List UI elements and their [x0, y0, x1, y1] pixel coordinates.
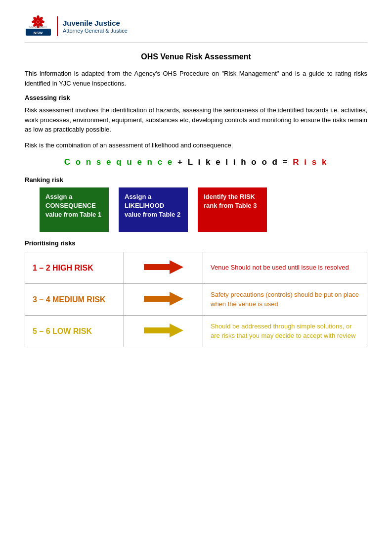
- assessing-risk-body2: Risk is the combination of an assessment…: [25, 140, 367, 150]
- logo-title: Juvenile Justice: [63, 18, 128, 28]
- low-risk-arrow-icon: [144, 322, 183, 339]
- low-risk-label: 5 – 6 LOW RISK: [25, 316, 124, 347]
- low-risk-description: Should be addressed through simple solut…: [203, 316, 367, 347]
- priority-table: 1 – 2 HIGH RISK Venue Should not be used…: [25, 252, 367, 347]
- box-consequence: Assign a CONSEQUENCE value from Table 1: [40, 187, 109, 232]
- logo-divider: [57, 16, 58, 36]
- svg-marker-12: [144, 260, 183, 274]
- page-title: OHS Venue Risk Assessment: [25, 52, 367, 61]
- svg-text:NSW: NSW: [34, 31, 43, 35]
- ranking-section: Ranking risk Assign a CONSEQUENCE value …: [25, 176, 367, 232]
- svg-marker-14: [144, 324, 183, 337]
- assessing-risk-heading: Assessing risk: [25, 94, 367, 101]
- consequence-label: C o n s e q u e n c e: [64, 157, 174, 167]
- ranking-boxes: Assign a CONSEQUENCE value from Table 1 …: [40, 187, 367, 232]
- low-risk-arrow-cell: [124, 316, 203, 347]
- svg-point-0: [37, 20, 40, 23]
- intro-text: This information is adapted from the Age…: [25, 69, 367, 88]
- medium-risk-row: 3 – 4 MEDIUM RISK Safety precautions (co…: [25, 284, 367, 316]
- header: NSW GOVERNMENT Juvenile Justice Attorney…: [25, 15, 367, 43]
- nsw-logo-icon: NSW GOVERNMENT: [25, 15, 52, 37]
- logo-text-block: Juvenile Justice Attorney General & Just…: [63, 18, 128, 34]
- risk-label: R i s k: [293, 157, 328, 167]
- svg-marker-13: [144, 292, 183, 306]
- plus-sign: +: [174, 157, 187, 167]
- medium-risk-arrow-cell: [124, 284, 203, 316]
- equals-sign: =: [279, 157, 293, 167]
- high-risk-arrow-icon: [144, 258, 183, 276]
- high-risk-arrow-cell: [124, 252, 203, 284]
- box-risk: Identify the RISK rank from Table 3: [198, 187, 267, 232]
- high-risk-description: Venue Should not be used until issue is …: [203, 252, 367, 284]
- medium-risk-description: Safety precautions (controls) should be …: [203, 284, 367, 316]
- page: NSW GOVERNMENT Juvenile Justice Attorney…: [0, 0, 392, 555]
- high-risk-row: 1 – 2 HIGH RISK Venue Should not be used…: [25, 252, 367, 284]
- high-risk-label: 1 – 2 HIGH RISK: [25, 252, 124, 284]
- assessing-risk-body1: Risk assessment involves the identificat…: [25, 105, 367, 135]
- likelihood-label: L i k e l i h o o d: [188, 157, 279, 167]
- priority-section: Prioritising risks 1 – 2 HIGH RISK Venue…: [25, 239, 367, 347]
- box-likelihood: Assign a LIKELIHOOD value from Table 2: [119, 187, 188, 232]
- svg-text:GOVERNMENT: GOVERNMENT: [29, 25, 47, 28]
- logo-area: NSW GOVERNMENT Juvenile Justice Attorney…: [25, 15, 128, 37]
- logo-subtitle: Attorney General & Justice: [63, 28, 128, 34]
- low-risk-row: 5 – 6 LOW RISK Should be addressed throu…: [25, 316, 367, 347]
- medium-risk-arrow-icon: [144, 290, 183, 308]
- ranking-heading: Ranking risk: [25, 176, 367, 184]
- formula: C o n s e q u e n c e + L i k e l i h o …: [25, 157, 367, 167]
- prioritising-heading: Prioritising risks: [25, 239, 367, 247]
- medium-risk-label: 3 – 4 MEDIUM RISK: [25, 284, 124, 316]
